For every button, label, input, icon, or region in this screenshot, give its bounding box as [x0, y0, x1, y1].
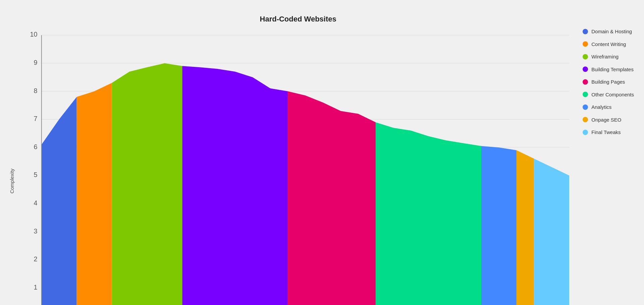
chart-legend: Domain & Hosting Content Writing Wirefra…	[573, 8, 641, 162]
chart-title: Hard-Coded Websites	[3, 8, 573, 27]
svg-text:9: 9	[34, 59, 38, 66]
svg-text:7: 7	[34, 115, 38, 122]
legend-label-content: Content Writing	[591, 41, 626, 48]
svg-text:8: 8	[34, 87, 38, 94]
legend-label-templates: Building Templates	[591, 66, 634, 73]
legend-label-tweaks: Final Tweaks	[591, 129, 621, 136]
svg-text:6: 6	[34, 143, 38, 150]
legend-dot-wire	[583, 54, 588, 59]
legend-dot-templates	[583, 67, 588, 72]
y-axis-label: Complexity	[7, 27, 17, 305]
legend-dot-other	[583, 92, 588, 97]
legend-label-other: Other Components	[591, 91, 634, 98]
legend-dot-tweaks	[583, 130, 588, 135]
legend-label-wire: Wireframing	[591, 53, 619, 60]
legend-item-other: Other Components	[583, 91, 634, 98]
legend-dot-content	[583, 41, 588, 47]
legend-item-tweaks: Final Tweaks	[583, 129, 634, 136]
legend-item-pages: Building Pages	[583, 79, 634, 85]
legend-item-domain: Domain & Hosting	[583, 28, 634, 35]
legend-label-analytics: Analytics	[591, 104, 611, 111]
legend-dot-domain	[583, 29, 588, 34]
chart-plot-area: 0 1 2 3 4 5 6 7 8 9 10 0 1	[17, 27, 573, 305]
chart-area: Hard-Coded Websites Complexity	[3, 8, 573, 297]
svg-text:3: 3	[34, 227, 38, 235]
main-chart-svg: 0 1 2 3 4 5 6 7 8 9 10 0 1	[17, 27, 569, 305]
legend-dot-seo	[583, 117, 588, 122]
legend-label-seo: Onpage SEO	[591, 117, 621, 123]
svg-text:2: 2	[34, 255, 38, 263]
svg-text:4: 4	[34, 199, 38, 207]
svg-text:5: 5	[34, 171, 38, 178]
legend-dot-pages	[583, 79, 588, 85]
svg-text:10: 10	[30, 31, 38, 38]
chart-container: Hard-Coded Websites Complexity	[0, 0, 644, 305]
chart-wrapper: Hard-Coded Websites Complexity	[3, 8, 641, 297]
legend-item-content: Content Writing	[583, 41, 634, 48]
legend-item-templates: Building Templates	[583, 66, 634, 73]
legend-item-seo: Onpage SEO	[583, 117, 634, 123]
svg-text:1: 1	[34, 284, 38, 291]
legend-item-wire: Wireframing	[583, 53, 634, 60]
chart-inner: Complexity	[3, 27, 573, 305]
legend-item-analytics: Analytics	[583, 104, 634, 111]
legend-dot-analytics	[583, 104, 588, 110]
legend-label-pages: Building Pages	[591, 79, 625, 85]
legend-label-domain: Domain & Hosting	[591, 28, 632, 35]
